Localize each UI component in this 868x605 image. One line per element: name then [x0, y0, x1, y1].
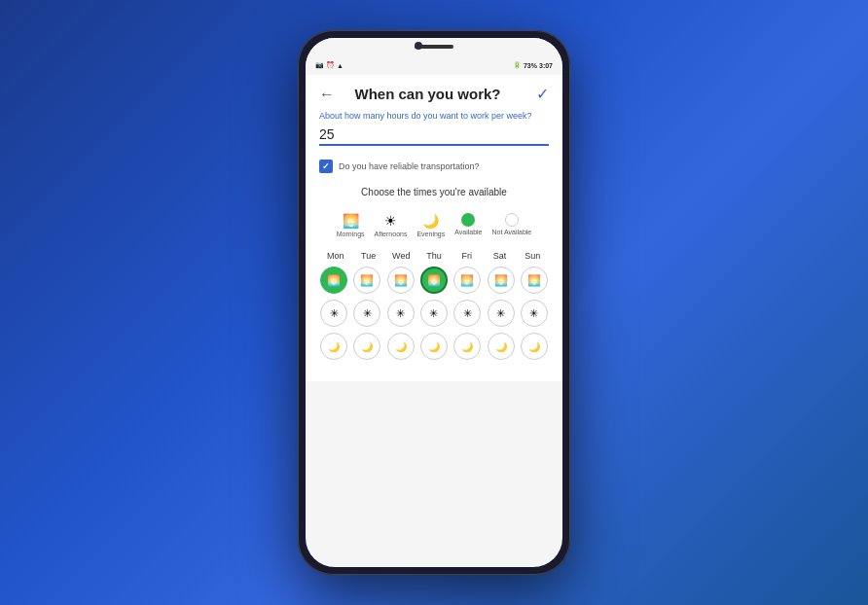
legend-mornings: 🌅 Mornings	[337, 213, 365, 237]
mornings-label: Mornings	[337, 231, 365, 237]
phone-screen: 📷 ⏰ ▲ 🔋 73% 3:07 ← When can you work? ✓ …	[306, 38, 562, 567]
circle-thu-morning[interactable]: 🌅	[420, 267, 448, 294]
hours-input[interactable]: 25	[319, 125, 549, 146]
afternoons-label: Afternoons	[375, 231, 408, 237]
phone-notch	[306, 38, 562, 55]
status-right-icons: 🔋 73% 3:07	[513, 61, 553, 69]
circle-fri-morning[interactable]: 🌅	[453, 267, 481, 294]
transportation-checkbox[interactable]: ✓	[319, 160, 333, 173]
cell-tue-morning[interactable]: 🌅	[352, 267, 381, 294]
page-title: When can you work?	[319, 86, 536, 102]
cell-mon-evening[interactable]: 🌙	[319, 333, 348, 360]
circle-fri-evening[interactable]: 🌙	[453, 333, 481, 360]
legend-evenings: 🌙 Evenings	[416, 213, 445, 237]
cell-sat-afternoon[interactable]: ✳	[486, 300, 515, 327]
cell-tue-afternoon[interactable]: ✳	[352, 300, 381, 327]
circle-sun-morning[interactable]: 🌅	[521, 267, 548, 294]
moon-icon: 🌙	[461, 341, 473, 352]
choose-times-label: Choose the times you're available	[319, 187, 549, 197]
circle-thu-afternoon[interactable]: ✳	[420, 300, 448, 327]
circle-tue-evening[interactable]: 🌙	[353, 333, 380, 360]
sun-icon: ✳	[396, 307, 405, 320]
sun-icon: ✳	[429, 307, 438, 320]
status-bar: 📷 ⏰ ▲ 🔋 73% 3:07	[306, 55, 562, 75]
evenings-icon: 🌙	[422, 213, 439, 229]
transportation-row: ✓ Do you have reliable transportation?	[319, 160, 549, 173]
circle-mon-evening[interactable]: 🌙	[320, 333, 347, 360]
moon-icon: 🌙	[495, 341, 507, 352]
main-content: About how many hours do you want to work…	[306, 111, 562, 381]
sunrise-icon: 🌅	[427, 274, 441, 287]
cell-sun-morning[interactable]: 🌅	[520, 267, 549, 294]
moon-icon: 🌙	[428, 341, 440, 352]
circle-wed-morning[interactable]: 🌅	[387, 267, 415, 294]
day-fri: Fri	[451, 251, 484, 261]
moon-icon: 🌙	[395, 341, 407, 352]
hours-question-label: About how many hours do you want to work…	[319, 111, 549, 121]
cell-mon-afternoon[interactable]: ✳	[319, 300, 348, 327]
confirm-button[interactable]: ✓	[536, 85, 549, 103]
sunrise-icon: 🌅	[494, 274, 508, 287]
cell-sat-evening[interactable]: 🌙	[486, 333, 515, 360]
not-available-label: Not Available	[492, 229, 532, 235]
cell-sun-afternoon[interactable]: ✳	[520, 300, 549, 327]
not-available-dot	[505, 213, 519, 227]
moon-icon: 🌙	[528, 341, 540, 352]
circle-fri-afternoon[interactable]: ✳	[453, 300, 481, 327]
circle-mon-morning[interactable]: 🌅	[320, 267, 347, 294]
sunrise-icon: 🌅	[360, 274, 374, 287]
day-sat: Sat	[484, 251, 517, 261]
checkmark-icon: ✓	[322, 161, 330, 171]
day-tue: Tue	[352, 251, 385, 261]
circle-tue-afternoon[interactable]: ✳	[353, 300, 380, 327]
sunrise-icon: 🌅	[394, 274, 408, 287]
morning-row: 🌅 🌅 🌅 🌅	[319, 267, 549, 294]
afternoon-row: ✳ ✳ ✳ ✳	[319, 300, 549, 327]
camera-icon: 📷	[315, 61, 324, 69]
circle-tue-morning[interactable]: 🌅	[353, 267, 380, 294]
cell-tue-evening[interactable]: 🌙	[352, 333, 381, 360]
cell-fri-afternoon[interactable]: ✳	[452, 300, 482, 327]
cell-thu-evening[interactable]: 🌙	[419, 333, 449, 360]
transportation-label: Do you have reliable transportation?	[339, 161, 480, 171]
available-label: Available	[454, 229, 482, 235]
sun-icon: ✳	[529, 307, 538, 320]
circle-sun-evening[interactable]: 🌙	[521, 333, 548, 360]
cell-thu-afternoon[interactable]: ✳	[419, 300, 449, 327]
battery-icon: 🔋	[513, 61, 522, 69]
circle-sat-afternoon[interactable]: ✳	[488, 300, 515, 327]
moon-icon: 🌙	[328, 341, 340, 352]
cell-fri-morning[interactable]: 🌅	[452, 267, 482, 294]
cell-wed-morning[interactable]: 🌅	[386, 267, 416, 294]
circle-sat-evening[interactable]: 🌙	[488, 333, 515, 360]
cell-fri-evening[interactable]: 🌙	[452, 333, 482, 360]
available-dot	[461, 213, 475, 227]
battery-percent: 73%	[524, 62, 537, 69]
hours-input-container: 25	[319, 125, 549, 146]
circle-wed-afternoon[interactable]: ✳	[387, 300, 415, 327]
phone-frame: 📷 ⏰ ▲ 🔋 73% 3:07 ← When can you work? ✓ …	[298, 30, 570, 575]
app-header: ← When can you work? ✓	[306, 75, 562, 111]
circle-thu-evening[interactable]: 🌙	[420, 333, 448, 360]
sun-icon: ✳	[463, 307, 472, 320]
moon-icon: 🌙	[361, 341, 373, 352]
time-display: 3:07	[539, 62, 553, 69]
evenings-label: Evenings	[416, 231, 445, 237]
circle-sat-morning[interactable]: 🌅	[488, 267, 515, 294]
camera-dot	[415, 42, 422, 50]
availability-legend: 🌅 Mornings ☀ Afternoons 🌙 Evenings Avail…	[319, 207, 549, 243]
cell-wed-afternoon[interactable]: ✳	[386, 300, 416, 327]
circle-wed-evening[interactable]: 🌙	[387, 333, 415, 360]
cell-sat-morning[interactable]: 🌅	[486, 267, 515, 294]
cell-mon-morning[interactable]: 🌅	[319, 267, 348, 294]
cell-thu-morning[interactable]: 🌅	[419, 267, 449, 294]
legend-not-available: Not Available	[492, 213, 532, 237]
cell-wed-evening[interactable]: 🌙	[386, 333, 416, 360]
sunrise-icon: 🌅	[460, 274, 474, 287]
day-mon: Mon	[319, 251, 352, 261]
evening-row: 🌙 🌙 🌙 🌙	[319, 333, 549, 360]
cell-sun-evening[interactable]: 🌙	[520, 333, 549, 360]
circle-sun-afternoon[interactable]: ✳	[521, 300, 548, 327]
circle-mon-afternoon[interactable]: ✳	[320, 300, 347, 327]
signal-icon: ▲	[337, 62, 344, 69]
